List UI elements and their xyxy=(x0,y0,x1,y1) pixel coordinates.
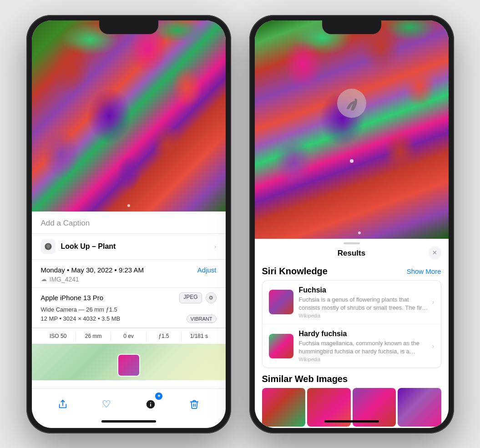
jpeg-badge: JPEG xyxy=(179,292,202,303)
close-button[interactable]: ✕ xyxy=(429,247,441,259)
exif-aperture: ƒ1.5 xyxy=(147,332,182,340)
flower-photo xyxy=(32,20,226,211)
lookup-row[interactable]: Look Up – Plant › xyxy=(32,234,226,260)
resolution-text: 12 MP • 3024 × 4032 • 3.5 MB xyxy=(41,315,121,322)
results-title: Results xyxy=(338,249,365,258)
knowledge-card: Fuchsia Fuchsia is a genus of flowering … xyxy=(262,280,441,368)
hardy-title: Hardy fuchsia xyxy=(299,330,429,338)
siri-knowledge-header: Siri Knowledge Show More xyxy=(262,262,441,280)
page-indicator xyxy=(127,204,130,207)
notch-right xyxy=(322,20,381,34)
hardy-text: Hardy fuchsia Fuchsia magellanica, commo… xyxy=(299,330,429,362)
lookup-text: Look Up – Plant xyxy=(61,242,116,251)
date-text: Monday • May 30, 2022 • 9:23 AM xyxy=(41,266,144,274)
info-badge: ✦ xyxy=(155,393,162,400)
like-button[interactable]: ♡ xyxy=(96,394,116,414)
lookup-icon xyxy=(41,239,56,254)
siri-dot xyxy=(350,159,354,163)
results-header: Results ✕ xyxy=(255,244,449,262)
vibrant-badge: VIBRANT xyxy=(187,315,217,323)
flower-photo-right xyxy=(255,20,449,239)
adjust-button[interactable]: Adjust xyxy=(197,266,217,274)
hardy-source: Wikipedia xyxy=(299,357,429,362)
results-content: Siri Knowledge Show More Fuchsia Fuchsi xyxy=(255,262,449,428)
left-phone: Add a Caption Look Up – Plant xyxy=(26,15,231,433)
date-row: Monday • May 30, 2022 • 9:23 AM Adjust ☁… xyxy=(32,260,226,288)
knowledge-item-hardy[interactable]: Hardy fuchsia Fuchsia magellanica, commo… xyxy=(263,324,441,367)
map-thumbnail-image xyxy=(117,354,140,377)
exif-ev: 0 ev xyxy=(111,332,146,340)
delete-button[interactable] xyxy=(184,394,204,414)
siri-visual-circle xyxy=(337,89,366,118)
similar-img-4[interactable] xyxy=(398,388,441,427)
photo-area-left[interactable] xyxy=(32,20,226,211)
siri-knowledge-title: Siri Knowledge xyxy=(262,266,328,277)
device-row: Apple iPhone 13 Pro JPEG ⊙ Wide Camera —… xyxy=(32,288,226,328)
home-indicator xyxy=(101,420,156,423)
left-phone-content: Add a Caption Look Up – Plant xyxy=(32,20,226,428)
device-name: Apple iPhone 13 Pro xyxy=(41,294,104,302)
knowledge-item-fuchsia[interactable]: Fuchsia Fuchsia is a genus of flowering … xyxy=(263,281,441,324)
photo-area-right[interactable] xyxy=(255,20,449,239)
lookup-chevron-icon: › xyxy=(214,243,217,250)
camera-specs: Wide Camera — 26 mm ƒ1.5 xyxy=(41,306,217,313)
results-sheet: Results ✕ Siri Knowledge Show More xyxy=(255,239,449,428)
info-area: Add a Caption Look Up – Plant xyxy=(32,211,226,388)
similar-web-title: Similar Web Images xyxy=(262,374,441,384)
hardy-desc: Fuchsia magellanica, commonly known as t… xyxy=(299,339,429,356)
share-button[interactable] xyxy=(53,394,73,414)
hardy-chevron-icon: › xyxy=(432,342,435,350)
cloud-icon: ☁ xyxy=(41,276,47,282)
right-phone: Results ✕ Siri Knowledge Show More xyxy=(249,15,454,433)
right-phone-content: Results ✕ Siri Knowledge Show More xyxy=(255,20,449,428)
show-more-button[interactable]: Show More xyxy=(407,267,441,275)
fuchsia-source: Wikipedia xyxy=(299,313,429,318)
caption-row[interactable]: Add a Caption xyxy=(32,211,226,234)
img-name: IMG_4241 xyxy=(50,276,79,283)
notch xyxy=(99,20,158,34)
fuchsia-chevron-icon: › xyxy=(432,298,435,306)
fuchsia-title: Fuchsia xyxy=(299,286,429,294)
camera-icon: ⊙ xyxy=(206,292,217,303)
fuchsia-text: Fuchsia Fuchsia is a genus of flowering … xyxy=(299,286,429,318)
fuchsia-thumbnail xyxy=(269,290,293,314)
home-indicator-right xyxy=(324,420,379,423)
info-button[interactable]: ✦ xyxy=(141,394,161,414)
right-dot-indicator xyxy=(358,232,361,234)
fuchsia-desc: Fuchsia is a genus of flowering plants t… xyxy=(299,296,429,312)
hardy-thumbnail xyxy=(269,334,293,358)
caption-placeholder: Add a Caption xyxy=(41,219,90,227)
exif-focal: 26 mm xyxy=(76,332,111,340)
similar-section: Similar Web Images xyxy=(262,368,441,428)
exif-shutter: 1/181 s xyxy=(182,332,216,340)
exif-row: ISO 50 26 mm 0 ev ƒ1.5 1/181 s xyxy=(32,328,226,344)
map-area[interactable] xyxy=(32,344,226,380)
exif-iso: ISO 50 xyxy=(41,332,76,340)
similar-img-1[interactable] xyxy=(262,388,306,427)
